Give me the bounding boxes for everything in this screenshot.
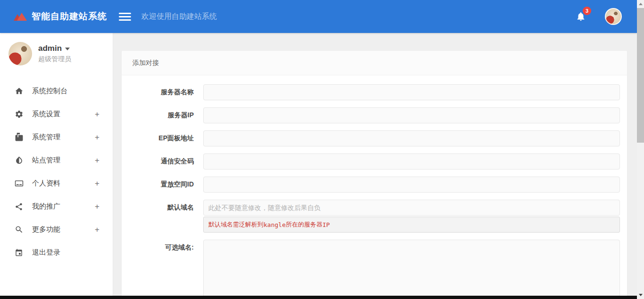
space-id-input[interactable] [203,177,620,193]
form-row-security-code: 通信安全码 [129,154,620,170]
sidebar: admin 超级管理员 系统控制台 系统设置 + 系统管理 + [0,33,113,296]
expand-plus-icon[interactable]: + [95,179,99,188]
chevron-down-icon [65,48,70,50]
card-title: 添加对接 [132,59,159,67]
hamburger-menu-icon[interactable] [119,11,131,23]
server-name-input[interactable] [203,84,620,100]
sidebar-item-label: 更多功能 [32,225,60,234]
form-row-server-name: 服务器名称 [129,84,620,100]
sidebar-item-system-settings[interactable]: 系统设置 + [0,103,113,126]
default-domain-warning: 默认域名需泛解析到kangle所在的服务器IP [203,217,620,233]
user-avatar[interactable] [8,42,32,65]
expand-plus-icon[interactable]: + [95,202,99,211]
security-code-input[interactable] [203,154,620,170]
expand-plus-icon[interactable]: + [95,225,99,234]
optional-domains-label: 可选域名: [129,240,203,299]
ep-panel-address-label: EP面板地址 [129,130,203,146]
sidebar-item-system-management[interactable]: 系统管理 + [0,126,113,149]
expand-plus-icon[interactable]: + [95,156,99,165]
expand-plus-icon[interactable]: + [95,110,99,119]
add-docking-card: 添加对接 服务器名称 服务器IP EP面板地址 [122,51,627,299]
default-domain-input[interactable] [203,200,620,216]
mailbox-icon [14,133,24,142]
share-icon [14,202,24,211]
form-row-optional-domains: 可选域名: [129,240,620,299]
sidebar-item-label: 我的推广 [32,202,60,211]
search-icon [14,225,24,234]
card-header: 添加对接 [122,51,627,75]
server-ip-input[interactable] [203,107,620,123]
home-icon [14,87,24,96]
brand-home-link[interactable]: 智能自助建站系统 [0,10,113,23]
gear-icon [14,110,24,119]
sidebar-item-system-console[interactable]: 系统控制台 [0,80,113,103]
sidebar-item-label: 系统设置 [32,110,60,119]
sidebar-item-label: 站点管理 [32,156,60,165]
brand-title: 智能自助建站系统 [32,10,107,23]
topbar-avatar[interactable] [605,8,622,25]
default-domain-label: 默认域名 [129,200,203,233]
user-block: admin 超级管理员 [0,33,113,72]
mountain-logo-icon [13,11,27,22]
scrollbar-thumb[interactable] [637,8,644,143]
sidebar-item-label: 退出登录 [32,248,60,257]
sidebar-item-profile[interactable]: 个人资料 + [0,172,113,195]
user-role-label: 超级管理员 [38,55,71,64]
expand-plus-icon[interactable]: + [95,133,99,142]
main-content: 添加对接 服务器名称 服务器IP EP面板地址 [113,33,637,299]
sidebar-item-label: 系统控制台 [32,87,67,96]
form-row-space-id: 置放空间ID [129,177,620,193]
sidebar-item-more-features[interactable]: 更多功能 + [0,218,113,241]
card-icon [14,179,24,188]
droplet-icon [14,156,24,165]
calendar-icon [14,248,24,258]
sidebar-item-my-promotion[interactable]: 我的推广 + [0,195,113,218]
form-row-default-domain: 默认域名 默认域名需泛解析到kangle所在的服务器IP [129,200,620,233]
server-ip-label: 服务器IP [129,107,203,123]
vertical-scrollbar[interactable] [637,0,644,299]
username-label: admin [38,44,62,53]
notifications-button[interactable]: 3 [576,11,586,22]
server-name-label: 服务器名称 [129,84,203,100]
topbar: 智能自助建站系统 欢迎使用自助建站系统 3 [0,0,637,33]
username-dropdown[interactable]: admin [38,44,71,53]
welcome-text: 欢迎使用自助建站系统 [141,12,217,22]
security-code-label: 通信安全码 [129,154,203,170]
sidebar-item-logout[interactable]: 退出登录 [0,241,113,264]
form-row-server-ip: 服务器IP [129,107,620,123]
notification-count-badge: 3 [583,7,591,15]
space-id-label: 置放空间ID [129,177,203,193]
sidebar-item-site-management[interactable]: 站点管理 + [0,149,113,172]
sidebar-item-label: 系统管理 [32,133,60,142]
scroll-up-button[interactable] [637,0,644,8]
sidebar-item-label: 个人资料 [32,179,60,188]
window-bottom-edge [0,296,637,299]
ep-panel-address-input[interactable] [203,130,620,146]
arrow-down-icon [639,294,643,296]
add-docking-form: 服务器名称 服务器IP EP面板地址 通信安全码 [122,75,627,299]
scroll-down-button[interactable] [637,291,644,299]
form-row-ep-panel: EP面板地址 [129,130,620,146]
optional-domains-textarea[interactable] [203,240,620,299]
sidebar-menu: 系统控制台 系统设置 + 系统管理 + 站点管理 + [0,80,113,264]
arrow-up-icon [639,3,643,5]
